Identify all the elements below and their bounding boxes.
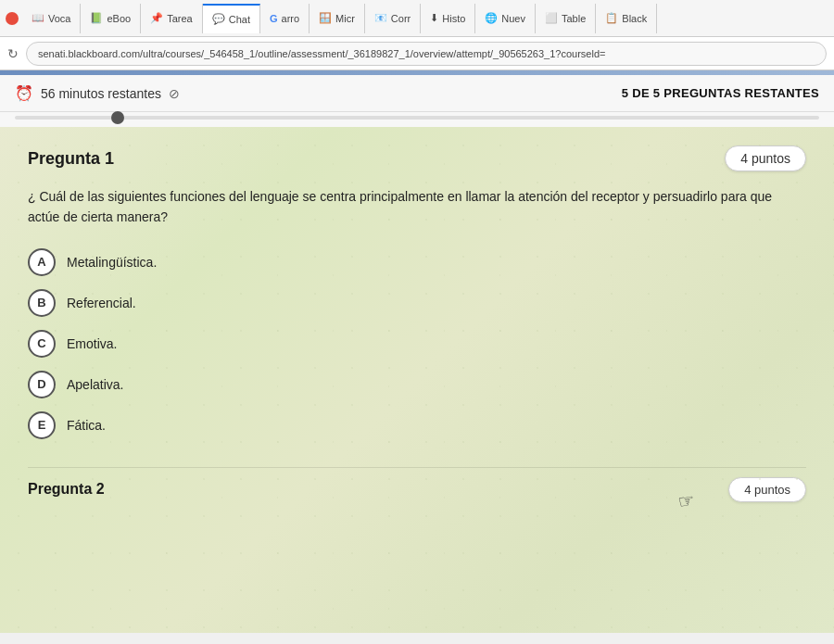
timer-section: ⏰ 56 minutos restantes ⊘ — [15, 84, 180, 102]
option-b[interactable]: B Referencial. — [28, 289, 806, 317]
ebook-icon: 📗 — [90, 12, 103, 24]
option-e[interactable]: E Fática. — [28, 411, 806, 439]
tab-correo[interactable]: 📧 Corr — [365, 4, 421, 33]
voca-icon: 📖 — [32, 12, 44, 24]
tab-black[interactable]: 📋 Black — [596, 4, 657, 33]
url-text: senati.blackboard.com/ultra/courses/_546… — [38, 48, 605, 59]
black-icon: 📋 — [605, 12, 618, 24]
slider-track[interactable] — [15, 116, 819, 120]
option-e-label: Fática. — [67, 418, 106, 433]
timer-icon: ⏰ — [15, 84, 33, 102]
browser-bar: × 📖 Voca 📗 eBoo 📌 Tarea 💬 Chat G arro 🪟 … — [0, 0, 834, 37]
option-d[interactable]: D Apelativa. — [28, 371, 806, 398]
nuevo-icon: 🌐 — [485, 12, 498, 24]
reload-icon[interactable]: ↻ — [7, 46, 19, 61]
tab-tareas[interactable]: 📌 Tarea — [141, 4, 203, 33]
quiz-header: ⏰ 56 minutos restantes ⊘ 5 DE 5 PREGUNTA… — [0, 75, 834, 112]
tab-micro[interactable]: 🪟 Micr — [310, 4, 365, 33]
google-icon: G — [270, 13, 278, 24]
option-a-label: Metalingüística. — [67, 255, 157, 270]
option-c-label: Emotiva. — [67, 336, 117, 351]
slider-handle[interactable] — [111, 111, 124, 124]
tab-ebook[interactable]: 📗 eBoo — [81, 4, 141, 33]
timer-label: 56 minutos restantes — [41, 86, 161, 101]
table-icon: ⬜ — [545, 12, 558, 24]
progress-fill — [0, 70, 834, 75]
option-d-circle: D — [28, 371, 56, 398]
question1-header: Pregunta 1 4 puntos — [28, 145, 806, 171]
questions-remaining: 5 DE 5 PREGUNTAS RESTANTES — [622, 86, 819, 100]
question1-text: ¿ Cuál de las siguientes funciones del l… — [28, 186, 806, 228]
tab-historial[interactable]: ⬇ Histo — [421, 4, 475, 33]
address-bar: ↻ senati.blackboard.com/ultra/courses/_5… — [0, 37, 834, 70]
tab-nuevo[interactable]: 🌐 Nuev — [475, 4, 536, 33]
historial-icon: ⬇ — [430, 12, 438, 24]
tab-strip: 📖 Voca 📗 eBoo 📌 Tarea 💬 Chat G arro 🪟 Mi… — [22, 2, 828, 35]
slider-container — [0, 112, 834, 127]
option-b-circle: B — [28, 289, 56, 317]
question1-points: 4 puntos — [725, 145, 806, 171]
chat-icon: 💬 — [212, 13, 225, 25]
tab-voca[interactable]: 📖 Voca — [22, 4, 81, 33]
main-content: Pregunta 1 4 puntos ¿ Cuál de las siguie… — [0, 127, 834, 633]
option-c[interactable]: C Emotiva. — [28, 330, 806, 358]
option-a-circle: A — [28, 248, 56, 276]
windows-icon: 🪟 — [319, 12, 332, 24]
tab-google[interactable]: G arro — [260, 4, 310, 33]
tareas-icon: 📌 — [150, 12, 163, 24]
url-bar[interactable]: senati.blackboard.com/ultra/courses/_546… — [26, 42, 827, 66]
close-button[interactable]: × — [6, 12, 19, 25]
question2-title: Pregunta 2 — [28, 481, 105, 498]
correo-icon: 📧 — [374, 12, 387, 24]
option-a[interactable]: A Metalingüística. — [28, 248, 806, 276]
top-progress-bar — [0, 70, 834, 75]
option-e-circle: E — [28, 411, 56, 439]
option-b-label: Referencial. — [67, 296, 136, 310]
tab-chat[interactable]: 💬 Chat — [203, 4, 260, 33]
option-c-circle: C — [28, 330, 56, 358]
options-list: A Metalingüística. B Referencial. C Emot… — [28, 248, 806, 439]
question2-preview: Pregunta 2 4 puntos — [28, 467, 806, 502]
option-d-label: Apelativa. — [67, 377, 123, 392]
question2-points: 4 puntos — [728, 477, 806, 502]
tab-table[interactable]: ⬜ Table — [536, 4, 596, 33]
question1-title: Pregunta 1 — [28, 149, 114, 169]
cancel-icon[interactable]: ⊘ — [169, 86, 180, 101]
